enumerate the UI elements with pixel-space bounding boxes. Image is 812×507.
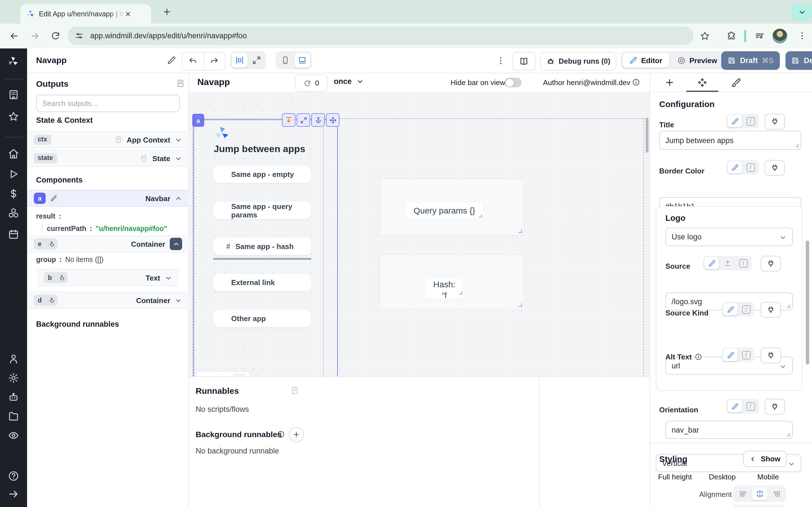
current-path-row[interactable]: currentPath : "u/henri/navapp#foo" (42, 224, 167, 234)
tab-close-icon[interactable] (124, 10, 132, 17)
textarea-resize-icon[interactable] (794, 142, 800, 148)
full-width-layout-button[interactable] (249, 53, 264, 68)
border-color-static-button[interactable] (727, 161, 742, 173)
title-connect-button[interactable] (765, 114, 785, 129)
title-input[interactable]: Jump between apps (659, 131, 801, 150)
new-tab-icon[interactable] (162, 7, 171, 16)
component-d-pointer-icon[interactable] (46, 295, 57, 306)
sidebar-favorites-icon[interactable] (8, 111, 19, 122)
hide-bar-toggle[interactable] (505, 78, 522, 87)
nav-item-hash[interactable]: #Same app - hash (213, 238, 311, 255)
title-static-button[interactable] (727, 115, 742, 127)
browser-profile-avatar[interactable] (772, 29, 787, 43)
bookmark-star-icon[interactable] (700, 31, 710, 41)
resize-corner-icon[interactable] (517, 228, 523, 234)
source-upload-button[interactable] (720, 257, 735, 269)
media-queue-icon[interactable] (755, 31, 765, 41)
textarea-resize-icon[interactable] (785, 302, 791, 309)
move-chip[interactable] (326, 113, 340, 127)
window-controls-chevron[interactable] (792, 3, 812, 20)
source-kind-static-button[interactable] (723, 303, 738, 316)
address-bar[interactable]: app.windmill.dev/apps/edit/u/henri/navap… (68, 26, 694, 45)
reload-icon[interactable] (51, 31, 60, 41)
insert-component-tab-icon[interactable] (665, 78, 674, 87)
canvas-grid[interactable]: a Jump between apps Same app - empty Sam… (189, 92, 650, 376)
sidebar-audit-icon[interactable] (8, 430, 19, 441)
author-info-icon[interactable] (632, 78, 640, 86)
mobile-view-button[interactable] (277, 53, 293, 68)
background-runnables-info-icon[interactable] (277, 431, 285, 438)
alt-text-fx-button[interactable]: f (739, 349, 753, 361)
source-kind-fx-button[interactable]: f (739, 303, 753, 316)
sidebar-users-icon[interactable] (8, 353, 19, 364)
resize-corner-icon[interactable] (517, 302, 523, 307)
title-fx-button[interactable]: f (743, 115, 758, 127)
component-tag-a[interactable]: a (192, 114, 204, 127)
ctx-row[interactable]: ctx App Context (27, 131, 189, 148)
resize-corner-icon[interactable] (477, 213, 483, 218)
hash-text-box[interactable]: Hash: "f (426, 279, 462, 298)
source-kind-connect-button[interactable] (761, 302, 781, 318)
align-left-button[interactable] (735, 487, 751, 500)
hash-component[interactable]: Hash: "f (380, 255, 524, 309)
styling-show-button[interactable]: Show (743, 451, 786, 467)
query-params-text-box[interactable]: Query params {} (406, 203, 483, 219)
component-e-pointer-icon[interactable] (46, 238, 57, 249)
refresh-count-button[interactable]: 0 (295, 74, 327, 92)
align-center-button[interactable] (752, 487, 767, 500)
ctx-chevron-icon[interactable] (175, 136, 182, 144)
component-a-edit-icon[interactable] (47, 193, 59, 204)
windmill-logo[interactable] (7, 56, 18, 67)
component-b-pointer-icon[interactable] (56, 272, 68, 283)
sidebar-help-icon[interactable] (8, 470, 19, 482)
debug-runs-button[interactable]: Debug runs (0) (540, 52, 616, 70)
editor-tab[interactable]: Editor (622, 53, 669, 68)
alt-text-input[interactable]: nav_bar (665, 421, 793, 439)
docs-button[interactable] (512, 52, 536, 70)
resize-corner-icon[interactable] (458, 290, 463, 295)
query-params-component[interactable]: Query params {} (380, 179, 524, 235)
component-row-container-e[interactable]: e Container (27, 235, 189, 252)
settings-tab-icon[interactable] (698, 78, 707, 87)
orientation-fx-button[interactable]: f (743, 400, 758, 412)
sidebar-workers-icon[interactable] (8, 392, 19, 403)
alt-text-info-icon[interactable] (695, 353, 702, 360)
search-outputs-input[interactable] (36, 95, 180, 112)
runnables-doc-icon[interactable] (290, 386, 299, 395)
canvas-scrollbar[interactable] (646, 118, 649, 153)
redo-button[interactable] (204, 53, 225, 69)
undo-button[interactable] (183, 53, 204, 69)
alt-text-static-button[interactable] (723, 349, 738, 361)
navbar-collapse-icon[interactable] (175, 194, 182, 202)
source-fx-button[interactable]: f (736, 257, 751, 269)
run-mode-dropdown[interactable]: once (334, 77, 363, 86)
centered-layout-button[interactable] (232, 53, 248, 68)
sidebar-schedules-icon[interactable] (8, 229, 19, 240)
nav-item-same-app-empty[interactable]: Same app - empty (213, 166, 311, 183)
add-background-runnable-button[interactable] (289, 427, 304, 442)
container-d-chevron-icon[interactable] (175, 297, 182, 304)
nav-item-query-params[interactable]: Same app - query params (213, 202, 311, 219)
border-color-fx-button[interactable]: f (743, 161, 758, 173)
text-b-chevron-icon[interactable] (165, 274, 172, 281)
browser-menu-icon[interactable] (797, 31, 807, 41)
toolbar-menu-icon[interactable] (496, 56, 505, 65)
state-chevron-icon[interactable] (175, 155, 182, 162)
desktop-view-button[interactable] (294, 53, 310, 68)
sidebar-settings-icon[interactable] (8, 372, 19, 384)
component-row-text-b[interactable]: b Text (37, 269, 179, 286)
rename-app-icon[interactable] (167, 56, 176, 65)
source-connect-button[interactable] (761, 256, 781, 272)
align-right-button[interactable] (769, 487, 784, 500)
sidebar-folders-icon[interactable] (8, 411, 19, 422)
extensions-icon[interactable] (726, 31, 737, 41)
sidebar-collapse-icon[interactable] (8, 489, 19, 500)
sidebar-runs-icon[interactable] (8, 168, 19, 180)
preview-tab[interactable]: Preview (670, 53, 724, 68)
nav-item-other-app[interactable]: Other app (213, 310, 311, 327)
browser-tab[interactable]: Edit App u/henri/navapp | Win (20, 4, 151, 24)
container-e-collapse-button[interactable] (170, 238, 182, 250)
state-row[interactable]: state State (27, 150, 189, 167)
site-settings-icon[interactable] (75, 32, 84, 40)
orientation-static-button[interactable] (727, 400, 742, 412)
